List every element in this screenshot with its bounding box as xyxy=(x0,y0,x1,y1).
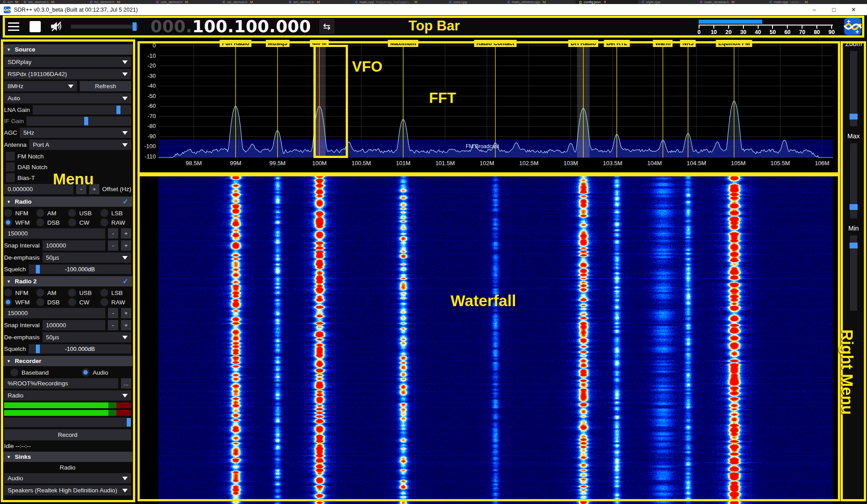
station-label[interactable]: NRJ xyxy=(680,40,696,47)
radio2-section-header[interactable]: ▼ Radio 2 ✓ xyxy=(3,276,133,286)
maximize-button[interactable]: □ xyxy=(824,6,844,13)
bw-decrement-button[interactable]: - xyxy=(108,308,118,318)
mode-cw[interactable]: CW xyxy=(68,218,99,226)
min-slider[interactable] xyxy=(850,235,857,311)
bw-increment-button[interactable]: + xyxy=(121,228,131,239)
mode-usb[interactable]: USB xyxy=(68,209,99,217)
lna-gain-slider[interactable] xyxy=(33,105,131,115)
mode-nfm[interactable]: NFM xyxy=(4,289,35,297)
mode-lsb[interactable]: LSB xyxy=(100,289,132,297)
fft-zoom-scale-slider[interactable]: 0102030405060708090 xyxy=(698,17,835,36)
mode-dsb[interactable]: DSB xyxy=(36,218,68,226)
modified-badge[interactable]: M xyxy=(250,0,253,4)
sink-type-select[interactable]: Audio xyxy=(4,473,131,483)
radio2-bandwidth-input[interactable]: 150000 xyxy=(4,308,105,318)
station-label[interactable]: Warm xyxy=(653,40,673,47)
offset-increment-button[interactable]: + xyxy=(89,184,99,194)
browse-button[interactable]: ... xyxy=(121,378,131,389)
station-label[interactable]: Maximum xyxy=(388,40,418,47)
snap-interval-input[interactable]: 100000 xyxy=(43,320,105,330)
agc-select[interactable]: 5Hz xyxy=(20,128,131,138)
editor-tab[interactable]: Cusb_demod.hM xyxy=(153,0,219,4)
modified-badge[interactable]: M xyxy=(117,0,120,4)
recording-path-input[interactable]: %ROOT%/Recordings xyxy=(4,378,118,389)
if-gain-slider[interactable] xyxy=(26,116,131,126)
deemphasis-select[interactable]: 50µs xyxy=(43,252,131,263)
record-button[interactable]: Record xyxy=(4,429,131,440)
gain-mode-select[interactable]: Auto xyxy=(4,93,131,103)
bw-increment-button[interactable]: + xyxy=(121,308,131,318)
volume-slider[interactable] xyxy=(71,25,138,29)
editor-tab[interactable]: Clsb_demod.hM xyxy=(21,0,87,4)
volume-slider-handle[interactable] xyxy=(133,22,137,31)
station-label[interactable]: 48FM xyxy=(310,40,329,47)
mode-usb[interactable]: USB xyxy=(68,289,99,297)
bandwidth-select[interactable]: 8MHz xyxy=(4,81,77,91)
module-enabled-check-icon[interactable]: ✓ xyxy=(123,277,129,286)
slider-handle[interactable] xyxy=(850,243,858,248)
radio-section-header[interactable]: ▼ Radio ✓ xyxy=(3,196,133,207)
snap-interval-input[interactable]: 100000 xyxy=(43,240,105,251)
mode-cw[interactable]: CW xyxy=(68,298,99,306)
module-enabled-check-icon[interactable]: ✓ xyxy=(123,197,129,206)
editor-tab[interactable]: Cstyle.cpp xyxy=(639,0,697,4)
zoom-slider[interactable] xyxy=(850,51,857,126)
fft-panel[interactable]: 0-10-20-30-40-50-60-70-80-90-100-110 Fun… xyxy=(135,38,840,175)
refresh-button[interactable]: Refresh xyxy=(80,81,131,91)
recorder-section-header[interactable]: ▼ Recorder xyxy=(3,356,133,366)
snap-increment-button[interactable]: + xyxy=(121,320,131,330)
mode-dsb[interactable]: DSB xyxy=(36,298,68,306)
editor-tab[interactable]: Cmain.cppradio\...M xyxy=(766,0,840,4)
tab-close-icon[interactable]: ✕ xyxy=(603,0,606,4)
editor-tab[interactable]: Cfm_demod.hM xyxy=(87,0,153,4)
mode-raw[interactable]: RAW xyxy=(100,218,132,226)
station-label[interactable]: Bel RTL xyxy=(604,40,630,47)
station-label[interactable]: DH Radio xyxy=(568,40,598,47)
snap-decrement-button[interactable]: - xyxy=(108,320,118,330)
editor-tab[interactable]: Ccw_demod.hM xyxy=(219,0,286,4)
editor-tab[interactable]: Cmain.cppfrequency_manager\...M xyxy=(352,0,446,4)
max-slider[interactable] xyxy=(850,143,857,218)
editor-tab[interactable]: Cam_demod.hM xyxy=(286,0,352,4)
source-driver-select[interactable]: SDRplay xyxy=(4,57,131,67)
modified-badge[interactable]: M xyxy=(317,0,320,4)
slider-handle[interactable] xyxy=(850,204,858,210)
bias-t-checkbox[interactable] xyxy=(6,173,15,182)
bw-decrement-button[interactable]: - xyxy=(108,228,118,239)
mode-raw[interactable]: RAW xyxy=(100,298,132,306)
mode-am[interactable]: AM xyxy=(36,289,68,297)
offset-input[interactable]: 0.000000 xyxy=(4,184,73,194)
fm-notch-checkbox[interactable] xyxy=(6,152,15,161)
recorder-mode-baseband[interactable]: Baseband xyxy=(10,368,67,376)
tuning-mode-button[interactable]: ⇆ xyxy=(319,19,335,34)
modified-badge[interactable]: M xyxy=(731,0,734,4)
squelch-slider[interactable]: -100.000dB xyxy=(29,265,131,274)
slider-handle[interactable] xyxy=(850,114,858,120)
fft-plot[interactable] xyxy=(159,38,833,159)
mode-am[interactable]: AM xyxy=(36,209,68,217)
editor-tab[interactable]: Cmain_window.hM xyxy=(697,0,766,4)
mode-wfm-selected[interactable]: WFM xyxy=(4,298,35,306)
modified-badge[interactable]: M xyxy=(805,0,808,4)
waterfall-panel[interactable] xyxy=(135,175,840,504)
mute-button[interactable] xyxy=(48,18,64,35)
snap-decrement-button[interactable]: - xyxy=(108,240,118,251)
mode-nfm[interactable]: NFM xyxy=(4,209,35,217)
deemphasis-select[interactable]: 50µs xyxy=(43,332,131,342)
frequency-display[interactable]: 000.100.100.000 xyxy=(150,17,311,36)
waterfall-canvas[interactable] xyxy=(159,175,833,504)
modified-badge[interactable]: M xyxy=(543,0,546,4)
mode-wfm-selected[interactable]: WFM xyxy=(4,218,35,226)
offset-decrement-button[interactable]: - xyxy=(76,184,86,194)
editor-tab[interactable]: Cmain_window.cppM xyxy=(504,0,576,4)
modified-badge[interactable]: M xyxy=(15,0,18,4)
station-label[interactable]: Fun Radio xyxy=(220,40,252,47)
minimize-button[interactable]: – xyxy=(804,6,824,13)
recorder-volume-slider[interactable] xyxy=(4,418,131,427)
editor-tab[interactable]: Ccore.cpp xyxy=(446,0,504,4)
editor-tab[interactable]: Cd.hM xyxy=(0,0,21,4)
stop-button[interactable] xyxy=(27,18,43,35)
mode-lsb[interactable]: LSB xyxy=(100,209,132,217)
dab-notch-checkbox[interactable] xyxy=(6,162,15,171)
station-label[interactable]: Equinox FM xyxy=(716,40,752,47)
